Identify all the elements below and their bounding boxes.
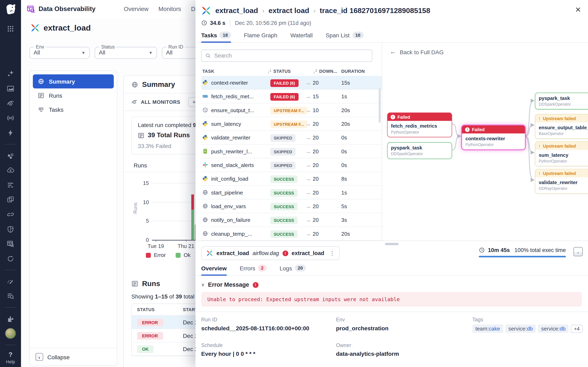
status-badge: SUCCESS bbox=[270, 175, 297, 183]
y-tick-label: 0 bbox=[138, 237, 149, 243]
sparkles-icon[interactable] bbox=[3, 67, 18, 81]
scrollbar[interactable] bbox=[379, 89, 380, 123]
task-row[interactable]: fetch_redis_met...FAILED (6)→151s bbox=[201, 90, 382, 103]
task-row[interactable]: init_config_loadSUCCESS→208s bbox=[201, 172, 382, 185]
infrastructure-icon[interactable] bbox=[3, 111, 18, 125]
top-nav: OverviewMonitorsD bbox=[124, 6, 195, 13]
more-tags-button[interactable]: +4 bbox=[571, 325, 583, 333]
python-icon bbox=[202, 176, 208, 182]
task-row[interactable]: start_pipelineSUCCESS→201s bbox=[201, 186, 382, 200]
top-nav-item-monitors[interactable]: Monitors bbox=[158, 6, 181, 13]
logs-icon[interactable] bbox=[3, 178, 18, 192]
data-observability-icon[interactable] bbox=[3, 236, 18, 251]
filter-env[interactable]: EnvAll▼ bbox=[29, 44, 90, 59]
filter-status[interactable]: StatusAll▼ bbox=[95, 44, 157, 59]
error-message-section-header[interactable]: ∨ Error Message ! bbox=[201, 281, 588, 288]
collapse-button[interactable]: ‹ Collapse bbox=[30, 348, 117, 366]
collapse-icon: ‹ bbox=[35, 353, 43, 361]
status-badge: SKIPPED bbox=[270, 134, 296, 142]
close-icon[interactable]: ✕ bbox=[575, 5, 581, 14]
sync-sparkle-icon[interactable] bbox=[3, 251, 18, 266]
tag-pill[interactable]: service:db bbox=[505, 324, 536, 333]
breadcrumb-item[interactable]: extract load bbox=[268, 7, 309, 15]
task-row[interactable]: cleanup_temp_...SUCCESS→2020s bbox=[201, 227, 382, 241]
user-avatar[interactable] bbox=[3, 326, 18, 341]
detail-tab-logs[interactable]: Logs20 bbox=[279, 265, 306, 275]
search-input[interactable]: Search bbox=[201, 50, 372, 62]
status-badge: SUCCESS bbox=[270, 189, 297, 197]
help-button[interactable]: ?Help bbox=[6, 351, 15, 364]
exec-progress-bar bbox=[479, 256, 566, 257]
tag-pill[interactable]: service:db bbox=[538, 324, 569, 333]
tab-span-list[interactable]: Span List10 bbox=[326, 32, 363, 42]
tab-tasks[interactable]: Tasks18 bbox=[201, 32, 231, 42]
service-links-icon[interactable] bbox=[3, 207, 18, 222]
divider bbox=[5, 270, 16, 270]
dag-node-ensure_output_table_export_1[interactable]: ↑Upstream failedensure_output_table_expo… bbox=[535, 114, 588, 139]
gauge-icon[interactable] bbox=[3, 274, 18, 289]
monitors-icon[interactable] bbox=[3, 96, 18, 111]
airflow-logo-icon bbox=[201, 6, 211, 16]
breadcrumb-item[interactable]: extract_load bbox=[215, 7, 258, 15]
dag-node-contexts-rewriter[interactable]: !Failedcontexts-rewriterPythonOperator bbox=[462, 125, 525, 150]
security-shield-icon[interactable] bbox=[3, 222, 18, 236]
dag-node-sum_latency[interactable]: ↑Upstream failedsum_latencyPythonOperato… bbox=[535, 142, 588, 166]
dag-node-pyspark_task[interactable]: pyspark_taskDDSparkOperator bbox=[387, 142, 452, 159]
datadog-dog-logo[interactable] bbox=[4, 3, 17, 16]
dag-node-fetch_redis_metrics[interactable]: !Failedfetch_redis_metricsPythonOperator bbox=[387, 113, 452, 137]
task-row[interactable]: validate_rewriterSKIPPED→200s bbox=[201, 131, 382, 144]
drag-handle[interactable] bbox=[385, 243, 398, 245]
downstream-arrow-icon: → bbox=[305, 148, 311, 154]
run-detail-panel: extract_load airflow.dag ! extract_load … bbox=[195, 241, 588, 367]
dag-node-pyspark_task[interactable]: pyspark_taskDDSparkOperator bbox=[535, 92, 588, 109]
puzzle-icon[interactable] bbox=[3, 312, 18, 326]
tag-pill[interactable]: team:cake bbox=[472, 324, 503, 333]
globe-icon bbox=[131, 81, 138, 88]
sidebar-item-summary[interactable]: Summary bbox=[33, 75, 114, 89]
task-row[interactable]: sensure_output_t...UPSTREAM F...→1020s bbox=[201, 103, 382, 117]
task-row[interactable]: load_env_varsSUCCESS→205s bbox=[201, 200, 382, 213]
divider bbox=[5, 345, 16, 345]
dag-node-validate_rewriter[interactable]: ↑Upstream failedvalidate_rewriterDDRayOp… bbox=[535, 169, 588, 194]
task-row[interactable]: sum_latencyUPSTREAM F...→2020s bbox=[201, 117, 382, 131]
downstream-arrow-icon: → bbox=[305, 107, 311, 113]
kebab-menu-icon[interactable]: ⋮ bbox=[329, 250, 335, 257]
breadcrumb-separator: › bbox=[313, 7, 315, 14]
slack-icon bbox=[202, 162, 208, 168]
apm-bolt-icon[interactable] bbox=[3, 125, 18, 140]
top-nav-item-overview[interactable]: Overview bbox=[124, 6, 148, 13]
sidebar-item-runs[interactable]: Runs bbox=[33, 89, 114, 103]
top-nav-item-d[interactable]: D bbox=[191, 6, 195, 13]
bucket-icon bbox=[202, 148, 208, 154]
dashboards-icon[interactable] bbox=[3, 192, 18, 207]
clock-icon bbox=[479, 247, 485, 253]
all-monitors-label: ALL MONITORS bbox=[141, 99, 180, 105]
back-to-full-dag-link[interactable]: ← Back to Full DAG bbox=[390, 48, 444, 56]
tab-flame-graph[interactable]: Flame Graph bbox=[244, 32, 277, 42]
task-row[interactable]: context-rewriterFAILED (6)→2015s bbox=[201, 76, 382, 90]
dag-service-pill[interactable]: extract_load airflow.dag ! extract_load … bbox=[201, 246, 340, 260]
sidebar-item-tasks[interactable]: Tasks bbox=[33, 103, 114, 117]
detail-tab-overview[interactable]: Overview bbox=[201, 265, 227, 275]
tasks-icon bbox=[38, 106, 44, 113]
back-label: Back to Full DAG bbox=[400, 49, 444, 55]
task-row[interactable]: notify_on_failureSUCCESS→203s bbox=[201, 213, 382, 227]
log-search-icon[interactable] bbox=[3, 289, 18, 303]
breadcrumb: extract_load›extract load›trace_id 16827… bbox=[201, 6, 582, 16]
airflow-logo-icon bbox=[31, 23, 40, 33]
run-fields: Run IDscheduled__2025-08-11T16:00:00+00:… bbox=[201, 317, 588, 357]
product-title: Data Observability bbox=[39, 5, 95, 13]
task-row[interactable]: push_rewriter_l...SKIPPED→200s bbox=[201, 145, 382, 158]
detail-tab-errors[interactable]: Errors2 bbox=[240, 265, 267, 275]
field-tags: Tagsteam:cakeservice:dbservice:db+4 bbox=[472, 317, 588, 333]
task-table-header[interactable]: TASK↓1STATUS↓2DOWN...DURATION bbox=[201, 67, 382, 76]
task-row[interactable]: send_slack_alertsSKIPPED→200s bbox=[201, 158, 382, 172]
downstream-arrow-icon: → bbox=[305, 217, 311, 223]
metrics-icon[interactable] bbox=[3, 81, 18, 96]
apps-grid-icon[interactable] bbox=[3, 21, 18, 36]
integrations-hex-icon[interactable] bbox=[3, 148, 18, 163]
cloud-cost-icon[interactable]: $ bbox=[3, 163, 18, 178]
breadcrumb-item[interactable]: trace_id 16827016971289085158 bbox=[320, 7, 430, 15]
collapse-panel-button[interactable]: ⌄ bbox=[573, 247, 583, 256]
tab-waterfall[interactable]: Waterfall bbox=[290, 32, 313, 42]
